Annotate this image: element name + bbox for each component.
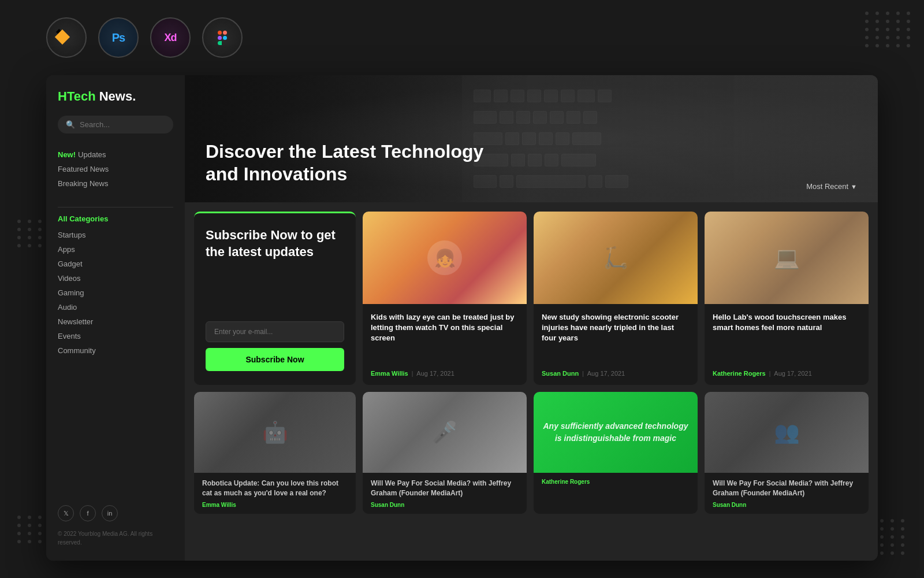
bottom-card-4: 👥 Will We Pay For Social Media? with Jef… — [705, 392, 869, 514]
hero-controls: Most Recent ▼ — [806, 182, 857, 191]
app-icons-bar: ◆ Ps Xd — [46, 17, 243, 58]
news-card-3-meta: Katherine Rogers | Aug 17, 2021 — [713, 370, 860, 377]
sort-label: Most Recent — [806, 182, 848, 191]
bottom-card-4-author: Susan Dunn — [713, 502, 746, 508]
bottom-card-1-body: Robotica Update: Can you love this robot… — [194, 473, 356, 514]
dot-decoration-mid-left — [17, 220, 44, 247]
bottom-card-3-meta: Katherine Rogers — [542, 479, 690, 485]
copyright-text: © 2022 Yourblog Media AG. All rights res… — [58, 529, 173, 547]
subscribe-card: Subscribe Now to get the latest updates … — [194, 212, 356, 385]
sidebar-item-community[interactable]: Community — [58, 343, 173, 358]
bottom-card-3-author: Katherine Rogers — [542, 479, 590, 485]
search-input[interactable] — [80, 120, 165, 129]
categories-list: Startups Apps Gadget Videos Gaming Audio… — [58, 228, 173, 358]
figma-icon[interactable] — [202, 17, 243, 58]
meta-sep-2: | — [582, 370, 584, 377]
twitter-icon[interactable]: 𝕏 — [58, 505, 74, 521]
news-grid-top: Subscribe Now to get the latest updates … — [194, 212, 869, 385]
sidebar-item-apps[interactable]: Apps — [58, 242, 173, 257]
hero-heading: Discover the Latest Technology and Innov… — [206, 140, 494, 185]
bottom-grid: 🤖 Robotica Update: Can you love this rob… — [194, 392, 869, 514]
ps-logo: Ps — [112, 31, 125, 45]
xd-icon[interactable]: Xd — [150, 17, 191, 58]
bottom-card-3-image: Any sufficiently advanced technology is … — [534, 392, 698, 473]
news-card-2-headline: New study showing electronic scooter inj… — [542, 312, 690, 365]
linkedin-icon[interactable]: in — [102, 505, 118, 521]
news-card-1-headline: Kids with lazy eye can be treated just b… — [371, 312, 519, 365]
bottom-card-3-body: Katherine Rogers — [534, 473, 698, 491]
news-card-3-image: 💻 — [705, 212, 869, 304]
news-card-1-meta: Emma Willis | Aug 17, 2021 — [371, 370, 519, 377]
bottom-card-4-meta: Susan Dunn — [713, 502, 860, 508]
logo-news: News. — [99, 89, 136, 103]
sketch-logo: ◆ — [56, 27, 77, 48]
sidebar-item-startups[interactable]: Startups — [58, 228, 173, 242]
sidebar-item-newsletter[interactable]: Newsletter — [58, 314, 173, 329]
sidebar-item-audio[interactable]: Audio — [58, 300, 173, 314]
bottom-card-1-image: 🤖 — [194, 392, 356, 473]
sketch-icon[interactable]: ◆ — [46, 17, 87, 58]
bottom-card-4-image: 👥 — [705, 392, 869, 473]
logo: HTech News. — [58, 89, 173, 104]
sidebar-item-gaming[interactable]: Gaming — [58, 286, 173, 300]
bottom-card-4-body: Will We Pay For Social Media? with Jeffr… — [705, 473, 869, 514]
sidebar-item-videos[interactable]: Videos — [58, 271, 173, 286]
news-card-1-author: Emma Willis — [371, 370, 408, 377]
facebook-icon[interactable]: f — [80, 505, 96, 521]
news-card-1-date: Aug 17, 2021 — [416, 370, 454, 377]
sidebar-item-gadget[interactable]: Gadget — [58, 257, 173, 271]
nav-item-featured-news[interactable]: Featured News — [58, 162, 173, 176]
content-area: Subscribe Now to get the latest updates … — [185, 202, 878, 523]
subscribe-button[interactable]: Subscribe Now — [206, 348, 344, 371]
search-icon: 🔍 — [66, 120, 75, 129]
meta-sep-3: | — [769, 370, 771, 377]
hero-banner: Discover the Latest Technology and Innov… — [185, 75, 878, 202]
logo-htech: HTech — [58, 89, 99, 103]
news-card-1-body: Kids with lazy eye can be treated just b… — [363, 304, 527, 385]
dot-decoration-top-right — [865, 12, 912, 47]
bottom-card-2-headline: Will We Pay For Social Media? with Jeffr… — [371, 479, 519, 498]
news-card-2-author: Susan Dunn — [542, 370, 579, 377]
bottom-card-2-image: 🎤 — [363, 392, 527, 473]
sidebar: HTech News. 🔍 New!Updates Featured News … — [46, 75, 185, 561]
search-box[interactable]: 🔍 — [58, 116, 173, 134]
bottom-card-1-meta: Emma Willis — [202, 502, 348, 508]
email-input[interactable] — [206, 321, 344, 342]
figma-logo — [218, 31, 227, 45]
news-card-1: 👧 Kids with lazy eye can be treated just… — [363, 212, 527, 385]
bottom-card-1-author: Emma Willis — [202, 502, 236, 508]
bottom-card-2: 🎤 Will We Pay For Social Media? with Jef… — [363, 392, 527, 514]
meta-sep-1: | — [412, 370, 413, 377]
xd-logo: Xd — [164, 32, 176, 44]
subscribe-form: Subscribe Now — [206, 321, 344, 371]
nav-item-breaking-news[interactable]: Breaking News — [58, 176, 173, 191]
new-badge: New! — [58, 150, 76, 159]
categories-title: All Categories — [58, 214, 173, 223]
news-card-2-meta: Susan Dunn | Aug 17, 2021 — [542, 370, 690, 377]
bottom-card-1: 🤖 Robotica Update: Can you love this rob… — [194, 392, 356, 514]
news-card-3-body: Hello Lab's wood touchscreen makes smart… — [705, 304, 869, 385]
bottom-card-3: Any sufficiently advanced technology is … — [534, 392, 698, 514]
sidebar-bottom: 𝕏 f in © 2022 Yourblog Media AG. All rig… — [58, 505, 173, 547]
news-card-2-image: 🛴 — [534, 212, 698, 304]
news-card-2-body: New study showing electronic scooter inj… — [534, 304, 698, 385]
sidebar-item-events[interactable]: Events — [58, 329, 173, 343]
divider-1 — [58, 207, 173, 208]
social-icons: 𝕏 f in — [58, 505, 173, 521]
sort-dropdown[interactable]: Most Recent ▼ — [806, 182, 857, 191]
news-card-3-author: Katherine Rogers — [713, 370, 766, 377]
main-content: Discover the Latest Technology and Innov… — [185, 75, 878, 561]
bottom-card-2-meta: Susan Dunn — [371, 502, 519, 508]
main-wrapper: HTech News. 🔍 New!Updates Featured News … — [46, 75, 878, 561]
chevron-down-icon: ▼ — [851, 183, 857, 190]
nav-item-updates[interactable]: New!Updates — [58, 147, 173, 162]
photoshop-icon[interactable]: Ps — [98, 17, 139, 58]
news-card-1-image: 👧 — [363, 212, 527, 304]
bottom-card-3-quote: Any sufficiently advanced technology is … — [543, 420, 688, 444]
news-card-2: 🛴 New study showing electronic scooter i… — [534, 212, 698, 385]
bottom-card-4-headline: Will We Pay For Social Media? with Jeffr… — [713, 479, 860, 498]
news-card-2-date: Aug 17, 2021 — [587, 370, 625, 377]
hero-title: Discover the Latest Technology and Innov… — [206, 140, 494, 185]
news-card-3: 💻 Hello Lab's wood touchscreen makes sma… — [705, 212, 869, 385]
news-card-3-date: Aug 17, 2021 — [774, 370, 811, 377]
